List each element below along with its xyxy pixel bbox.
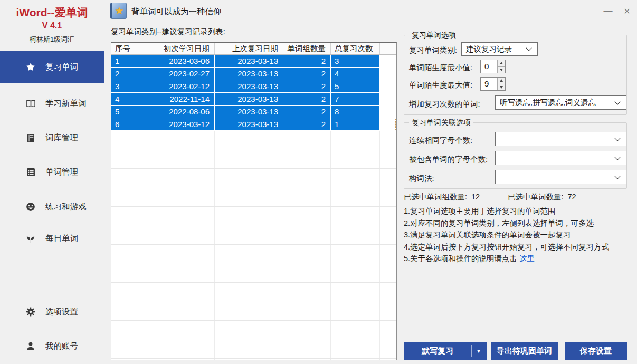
empty-table-cell bbox=[215, 169, 283, 181]
stepper-down-button[interactable] bbox=[498, 67, 505, 73]
table-cell[interactable]: 2 bbox=[111, 68, 146, 80]
table-cell[interactable]: 5 bbox=[331, 80, 380, 92]
table-cell[interactable]: 4 bbox=[111, 93, 146, 105]
category-select[interactable]: 建议复习记录 bbox=[461, 42, 538, 56]
table-row[interactable]: 32023-02-122023-03-1325 bbox=[111, 80, 396, 93]
table-cell[interactable]: 2023-03-12 bbox=[146, 118, 215, 130]
down-arrow-icon bbox=[500, 86, 503, 89]
table-cell-empty bbox=[380, 118, 396, 130]
table-cell[interactable]: 7 bbox=[331, 93, 380, 105]
table-cell[interactable]: 2 bbox=[283, 55, 331, 67]
stepper-up-button[interactable] bbox=[498, 60, 505, 67]
review-records-table[interactable]: 序号初次学习日期上次复习日期单词组数量总复习次数 12023-03-062023… bbox=[111, 42, 397, 360]
close-button[interactable]: ✕ bbox=[620, 4, 634, 18]
empty-table-cell bbox=[331, 333, 380, 346]
minimize-button[interactable]: — bbox=[601, 4, 615, 18]
empty-table-cell bbox=[380, 283, 396, 295]
table-row[interactable]: 62023-03-122023-03-1321 bbox=[111, 118, 396, 131]
selected-words-status: 已选中单词数量:72 bbox=[508, 192, 576, 202]
table-cell[interactable]: 5 bbox=[111, 106, 146, 118]
instruction-line: 4.选定单词后按下方复习按钮开始复习，可选择不同复习方式 bbox=[404, 241, 636, 253]
empty-table-row bbox=[111, 194, 396, 207]
instruction-line: 3.满足复习单词关联选项条件的单词会被一起复习 bbox=[404, 229, 636, 241]
table-cell[interactable]: 2023-02-12 bbox=[146, 80, 215, 92]
table-row[interactable]: 52022-08-062023-03-1328 bbox=[111, 106, 396, 118]
max-strangeness-stepper[interactable]: 9 bbox=[480, 77, 506, 91]
sidebar-item-settings[interactable]: 选项设置 bbox=[0, 304, 104, 320]
table-cell[interactable]: 2 bbox=[283, 68, 331, 80]
selected-words-value: 72 bbox=[568, 193, 576, 201]
table-cell[interactable]: 2022-11-14 bbox=[146, 93, 215, 105]
table-cell[interactable]: 2 bbox=[283, 93, 331, 105]
table-cell[interactable]: 3 bbox=[331, 55, 380, 67]
table-cell[interactable]: 1 bbox=[331, 118, 380, 130]
table-row[interactable]: 22023-02-272023-03-1324 bbox=[111, 68, 396, 80]
stepper-buttons bbox=[497, 60, 505, 73]
review-dropdown-arrow[interactable]: ▼ bbox=[472, 348, 486, 354]
column-header[interactable]: 总复习次数 bbox=[331, 43, 380, 54]
sidebar-item-my-account[interactable]: 我的账号 bbox=[0, 338, 104, 354]
empty-table-cell bbox=[215, 333, 283, 346]
table-cell-empty bbox=[380, 93, 396, 105]
empty-table-cell bbox=[215, 270, 283, 282]
save-settings-button[interactable]: 保存设置 bbox=[565, 342, 627, 360]
table-row[interactable]: 42022-11-142023-03-1327 bbox=[111, 93, 396, 106]
table-cell[interactable]: 3 bbox=[111, 80, 146, 92]
column-header[interactable]: 初次学习日期 bbox=[146, 43, 215, 54]
empty-table-cell bbox=[283, 359, 331, 360]
empty-table-cell bbox=[111, 257, 146, 270]
sidebar-item-lexicon-management[interactable]: 词库管理 bbox=[0, 130, 104, 146]
table-cell[interactable]: 2023-03-13 bbox=[215, 106, 283, 118]
table-cell[interactable]: 2023-03-13 bbox=[215, 55, 283, 67]
word-formation-select[interactable] bbox=[495, 170, 626, 184]
stepper-up-button[interactable] bbox=[498, 78, 505, 84]
sidebar-item-learn-new-words[interactable]: 学习新单词 bbox=[0, 95, 104, 111]
column-header[interactable]: 上次复习日期 bbox=[215, 43, 283, 54]
table-cell[interactable]: 2022-08-06 bbox=[146, 106, 215, 118]
sidebar-item-review-words[interactable]: 复习单词 bbox=[0, 51, 104, 83]
dictation-review-button[interactable]: 默写复习 ▼ bbox=[404, 342, 487, 360]
table-cell[interactable]: 1 bbox=[111, 55, 146, 67]
export-words-button[interactable]: 导出待巩固单词 bbox=[491, 342, 558, 360]
sidebar-item-daily-words[interactable]: 每日单词 bbox=[0, 231, 104, 246]
table-row[interactable]: 12023-03-062023-03-1323 bbox=[111, 55, 396, 68]
table-cell[interactable]: 6 bbox=[111, 118, 146, 130]
empty-table-cell bbox=[146, 270, 215, 282]
empty-table-cell bbox=[283, 143, 331, 156]
sidebar-item-practice-games[interactable]: 练习和游戏 bbox=[0, 199, 104, 215]
empty-table-row bbox=[111, 207, 396, 219]
table-cell[interactable]: 2023-02-27 bbox=[146, 68, 215, 80]
table-cell[interactable]: 8 bbox=[331, 106, 380, 118]
table-cell[interactable]: 2023-03-06 bbox=[146, 55, 215, 67]
table-cell[interactable]: 4 bbox=[331, 68, 380, 80]
empty-table-cell bbox=[331, 245, 380, 257]
stepper-buttons bbox=[497, 78, 505, 90]
stepper-down-button[interactable] bbox=[498, 84, 505, 91]
empty-table-cell bbox=[283, 270, 331, 282]
table-cell[interactable]: 2023-03-13 bbox=[215, 118, 283, 130]
min-strangeness-label: 单词陌生度最小值: bbox=[409, 63, 472, 73]
table-cell[interactable]: 2 bbox=[283, 106, 331, 118]
empty-table-cell bbox=[111, 346, 146, 358]
table-cell[interactable]: 2 bbox=[283, 118, 331, 130]
column-header[interactable]: 序号 bbox=[111, 43, 146, 54]
empty-table-cell bbox=[146, 131, 215, 143]
increase-review-select[interactable]: 听写遗忘,拼写遗忘,词义遗忘 bbox=[495, 95, 626, 110]
empty-table-cell bbox=[146, 232, 215, 244]
empty-table-cell bbox=[215, 346, 283, 358]
sidebar-item-word-management[interactable]: 单词管理 bbox=[0, 164, 104, 180]
empty-table-cell bbox=[111, 308, 146, 320]
column-header[interactable]: 单词组数量 bbox=[283, 43, 331, 54]
min-strangeness-stepper[interactable]: 0 bbox=[480, 60, 506, 73]
table-cell[interactable]: 2023-03-13 bbox=[215, 68, 283, 80]
empty-table-cell bbox=[331, 257, 380, 270]
instruction-line: 5.关于各选项和操作的说明请点击 这里 bbox=[404, 253, 636, 265]
table-cell[interactable]: 2023-03-13 bbox=[215, 80, 283, 92]
contained-words-select[interactable] bbox=[495, 151, 626, 165]
same-letters-select[interactable] bbox=[495, 132, 626, 146]
table-cell[interactable]: 2023-03-13 bbox=[215, 93, 283, 105]
empty-table-cell bbox=[146, 308, 215, 320]
help-link[interactable]: 这里 bbox=[519, 254, 535, 263]
chevron-down-icon bbox=[614, 154, 620, 160]
table-cell[interactable]: 2 bbox=[283, 80, 331, 92]
